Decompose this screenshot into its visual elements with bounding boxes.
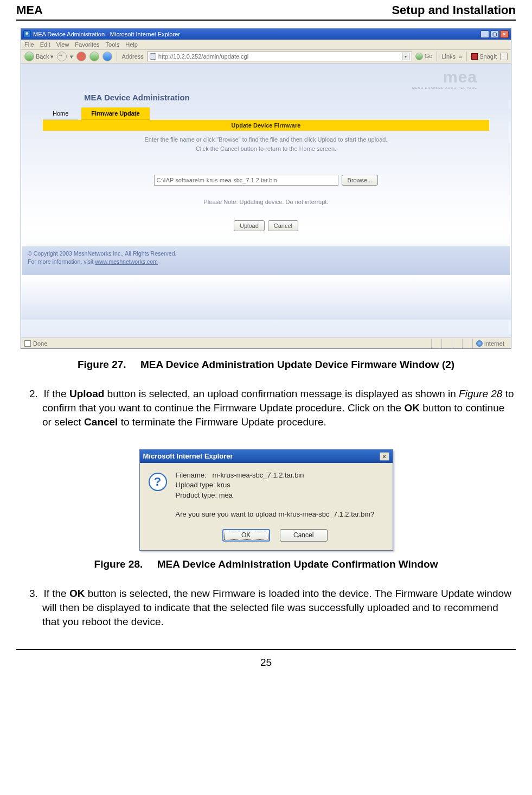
menu-file[interactable]: File <box>24 41 34 48</box>
browser-window: MEA Device Administration - Microsoft In… <box>21 28 511 349</box>
links-label[interactable]: Links <box>441 53 456 60</box>
page-content: mea MESH ENABLED ARCHITECTURE MEA Device… <box>21 63 511 338</box>
page-header: MEA Setup and Installation <box>16 0 516 21</box>
dialog-title: Microsoft Internet Explorer <box>143 452 233 460</box>
close-button[interactable]: × <box>500 30 509 38</box>
status-bar: Done Internet <box>21 338 511 348</box>
file-path-input[interactable] <box>154 175 338 186</box>
menu-edit[interactable]: Edit <box>40 41 50 48</box>
refresh-icon[interactable] <box>89 52 99 61</box>
forward-icon[interactable]: → <box>57 52 67 61</box>
section-header: Update Device Firmware <box>43 120 489 131</box>
tab-firmware-update[interactable]: Firmware Update <box>81 107 149 120</box>
menu-help[interactable]: Help <box>125 41 138 48</box>
internet-zone-icon <box>476 340 483 347</box>
status-text: Done <box>33 340 47 347</box>
browser-menubar[interactable]: File Edit View Favorites Tools Help <box>21 40 511 50</box>
upload-button[interactable]: Upload <box>234 220 265 231</box>
page-status-icon <box>24 340 31 347</box>
internet-zone-label: Internet <box>484 340 504 347</box>
address-value: http://10.2.0.252/admin/update.cgi <box>158 53 248 60</box>
back-icon[interactable] <box>24 52 34 61</box>
address-bar[interactable]: http://10.2.0.252/admin/update.cgi ▾ <box>147 52 412 61</box>
menu-favorites[interactable]: Favorites <box>75 41 99 48</box>
page-icon <box>150 53 156 60</box>
header-right: Setup and Installation <box>392 3 516 17</box>
mea-logo: mea MESH ENABLED ARCHITECTURE <box>412 69 477 90</box>
address-dropdown-icon[interactable]: ▾ <box>402 53 409 60</box>
page-footer: © Copyright 2003 MeshNetworks Inc., All … <box>22 246 510 275</box>
instructions: Enter the file name or click "Browse" to… <box>21 131 511 158</box>
window-title: MEA Device Administration - Microsoft In… <box>33 31 180 37</box>
stop-icon[interactable] <box>76 52 86 61</box>
step-3-text: 3. If the OK button is selected, the new… <box>16 587 516 629</box>
menu-tools[interactable]: Tools <box>106 41 120 48</box>
dialog-close-button[interactable]: × <box>380 452 389 461</box>
step-2-text: 2. If the Upload button is selected, an … <box>16 387 516 430</box>
window-titlebar: MEA Device Administration - Microsoft In… <box>21 29 511 40</box>
maximize-button[interactable]: ▢ <box>490 30 499 38</box>
dialog-ok-button[interactable]: OK <box>222 529 270 542</box>
figure-27-caption: Figure 27. MEA Device Administration Upd… <box>16 359 516 371</box>
toolbar-extra-icon[interactable] <box>500 53 508 60</box>
back-label[interactable]: Back <box>36 53 49 60</box>
dialog-cancel-button[interactable]: Cancel <box>280 529 328 542</box>
browser-toolbar: Back ▾ → ▾ Address http://10.2.0.252/adm… <box>21 50 511 63</box>
ie-icon <box>23 30 31 38</box>
figure-28-caption: Figure 28. MEA Device Administration Upd… <box>16 558 516 570</box>
header-left: MEA <box>16 3 43 17</box>
minimize-button[interactable]: _ <box>480 30 489 38</box>
page-number: 25 <box>16 657 516 669</box>
snagit-icon[interactable] <box>471 53 478 60</box>
browse-button[interactable]: Browse... <box>342 175 379 186</box>
confirmation-dialog: Microsoft Internet Explorer × Filename: … <box>139 449 393 551</box>
snagit-label[interactable]: SnagIt <box>479 53 497 60</box>
tab-home[interactable]: Home <box>43 107 78 120</box>
cancel-button[interactable]: Cancel <box>268 220 298 231</box>
go-icon[interactable] <box>415 53 423 60</box>
home-icon[interactable] <box>102 52 112 61</box>
footer-link[interactable]: www.meshnetworks.com <box>95 258 158 265</box>
menu-view[interactable]: View <box>56 41 69 48</box>
address-label: Address <box>121 53 143 60</box>
question-icon <box>149 473 167 491</box>
page-rule <box>16 649 516 650</box>
dialog-question: Are you sure you want to upload m-krus-m… <box>176 510 374 519</box>
update-note: Please Note: Updating device. Do not int… <box>21 199 511 205</box>
go-label[interactable]: Go <box>425 53 433 59</box>
panel-title: MEA Device Administration <box>21 90 511 107</box>
